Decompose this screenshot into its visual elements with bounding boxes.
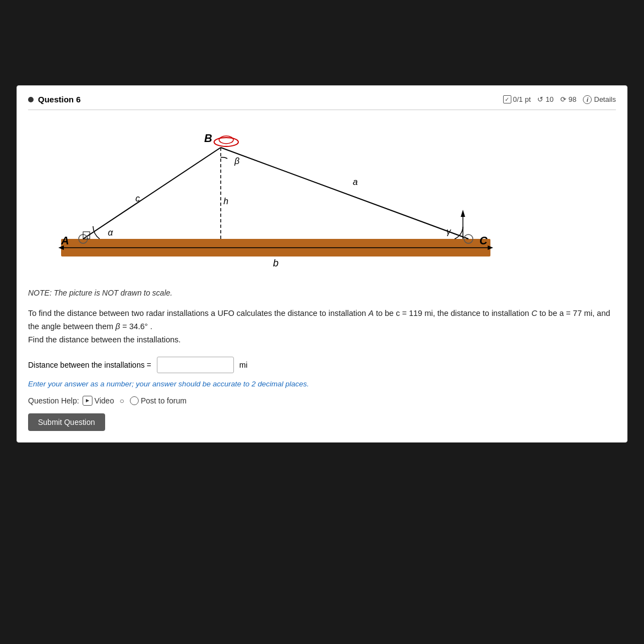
submit-question-button[interactable]: Submit Question: [28, 413, 105, 431]
svg-text:γ: γ: [446, 227, 451, 236]
info-icon: i: [583, 95, 592, 104]
video-button[interactable]: ▶ Video: [83, 396, 114, 406]
svg-marker-16: [461, 210, 465, 217]
svg-text:β: β: [234, 156, 239, 166]
svg-line-6: [221, 148, 468, 239]
problem-text-6: .: [150, 322, 152, 331]
answer-row: Distance between the installations = mi: [28, 357, 616, 373]
svg-text:A: A: [61, 234, 69, 247]
attempts-icon: ⟳: [560, 95, 566, 103]
svg-line-5: [83, 148, 221, 239]
details-box[interactable]: i Details: [583, 95, 616, 104]
help-row: Question Help: ▶ Video ○ Post to forum: [28, 396, 616, 406]
svg-text:b: b: [273, 258, 279, 269]
undo-icon: ↺: [537, 95, 543, 103]
undo-box: ↺ 10: [537, 95, 553, 103]
diagram-area: b B A α C γ: [28, 119, 616, 281]
problem-text: To find the distance between two radar i…: [28, 307, 616, 347]
svg-point-9: [214, 138, 238, 146]
video-label: Video: [95, 396, 114, 405]
question-label: Question 6: [28, 95, 81, 104]
svg-text:a: a: [353, 177, 358, 187]
question-header: Question 6 ✓ 0/1 pt ↺ 10 ⟳ 98 i Details: [28, 95, 616, 110]
details-label: Details: [594, 95, 616, 103]
svg-text:h: h: [223, 197, 228, 206]
problem-text-A: A: [368, 309, 374, 318]
problem-text-7: Find the distance between the installati…: [28, 335, 181, 344]
score-icon: ✓: [503, 95, 511, 103]
note-text: NOTE: The picture is NOT drawn to scale.: [28, 288, 616, 297]
svg-text:α: α: [108, 228, 113, 237]
problem-text-c: c = 119: [396, 309, 422, 318]
score-box: ✓ 0/1 pt: [503, 95, 531, 103]
attempts-box: ⟳ 98: [560, 95, 576, 103]
hint-text: Enter your answer as a number; your answ…: [28, 380, 616, 388]
triangle-diagram: b B A α C γ: [28, 119, 501, 279]
header-meta: ✓ 0/1 pt ↺ 10 ⟳ 98 i Details: [503, 95, 616, 104]
svg-text:B: B: [204, 132, 212, 144]
problem-text-C: C: [531, 309, 537, 318]
distance-input[interactable]: [157, 357, 234, 373]
distance-label: Distance between the installations =: [28, 361, 151, 369]
help-label: Question Help:: [28, 396, 79, 405]
status-dot: [28, 97, 34, 102]
post-to-forum-button[interactable]: Post to forum: [130, 396, 187, 405]
question-card: Question 6 ✓ 0/1 pt ↺ 10 ⟳ 98 i Details: [17, 85, 627, 443]
problem-text-a: a = 77: [559, 309, 582, 318]
problem-text-3: mi, the distance to installation: [424, 309, 529, 318]
forum-icon: [130, 396, 139, 405]
question-title: Question 6: [38, 95, 81, 104]
svg-text:C: C: [479, 234, 488, 247]
problem-text-4: to be: [539, 309, 557, 318]
problem-text-1: To find the distance between two radar i…: [28, 309, 366, 318]
separator: ○: [119, 396, 124, 405]
problem-text-2: to be: [376, 309, 394, 318]
distance-unit: mi: [239, 361, 248, 369]
score-value: 0/1 pt: [513, 95, 531, 103]
play-icon: ▶: [83, 396, 92, 406]
forum-label: Post to forum: [141, 396, 187, 405]
attempts-count: 98: [569, 95, 576, 103]
svg-text:c: c: [135, 194, 140, 203]
undo-count: 10: [545, 95, 553, 103]
